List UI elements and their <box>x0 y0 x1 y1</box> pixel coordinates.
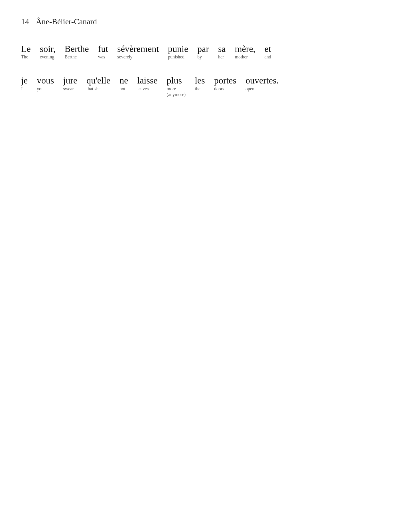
word-unit: jeI <box>21 75 28 92</box>
french-word: jure <box>63 75 78 86</box>
french-word: et <box>265 43 271 54</box>
english-word: you <box>37 86 44 92</box>
word-unit: mère,mother <box>235 43 255 60</box>
french-word: les <box>195 75 205 86</box>
word-unit: laisseleaves <box>137 75 157 92</box>
english-word: severely <box>117 54 132 60</box>
page-header: 14 Âne-Bélier-Canard <box>21 17 391 26</box>
word-unit: jureswear <box>63 75 78 92</box>
french-word: par <box>197 43 209 54</box>
english-word: more(anymore) <box>167 86 186 98</box>
word-unit: LeThe <box>21 43 31 60</box>
word-unit: puniepunished <box>168 43 188 60</box>
french-word: portes <box>214 75 236 86</box>
english-word: swear <box>63 86 74 92</box>
word-unit: vousyou <box>37 75 54 92</box>
english-word: evening <box>40 54 54 60</box>
french-word: sa <box>218 43 226 54</box>
french-word: punie <box>168 43 188 54</box>
word-unit: portesdoors <box>214 75 236 92</box>
sentence-1-row: LeThesoir,eveningBertheBerthefutwassévèr… <box>21 43 391 61</box>
chapter-title: Âne-Bélier-Canard <box>36 17 97 26</box>
english-word: her <box>218 54 224 60</box>
french-word: plus <box>167 75 182 86</box>
french-word: qu'elle <box>86 75 110 86</box>
french-word: laisse <box>137 75 157 86</box>
word-unit: ouvertes.open <box>245 75 279 92</box>
word-unit: lesthe <box>195 75 205 92</box>
word-unit: parby <box>197 43 209 60</box>
page-number: 14 <box>21 17 29 26</box>
sentence-1-block: LeThesoir,eveningBertheBerthefutwassévèr… <box>21 43 391 61</box>
french-word: ne <box>119 75 128 86</box>
french-word: Le <box>21 43 31 54</box>
french-word: soir, <box>40 43 56 54</box>
english-word: and <box>265 54 271 60</box>
english-word: punished <box>168 54 184 60</box>
english-word: by <box>197 54 202 60</box>
english-word: was <box>98 54 105 60</box>
french-word: vous <box>37 75 54 86</box>
french-word: je <box>21 75 28 86</box>
english-word: Berthe <box>64 54 77 60</box>
word-unit: BertheBerthe <box>64 43 89 60</box>
sentence-2-block: jeIvousyoujureswearqu'ellethat shenenotl… <box>21 75 391 99</box>
word-unit: sévèrementseverely <box>117 43 159 60</box>
english-word: leaves <box>137 86 149 92</box>
french-word: fut <box>98 43 108 54</box>
french-word: sévèrement <box>117 43 159 54</box>
word-unit: qu'ellethat she <box>86 75 110 92</box>
english-word: I <box>21 86 23 92</box>
french-word: ouvertes. <box>245 75 279 86</box>
english-word: doors <box>214 86 224 92</box>
sentence-2-row: jeIvousyoujureswearqu'ellethat shenenotl… <box>21 75 391 99</box>
french-word: mère, <box>235 43 255 54</box>
english-word: The <box>21 54 28 60</box>
word-unit: nenot <box>119 75 128 92</box>
english-word: open <box>245 86 254 92</box>
word-unit: saher <box>218 43 226 60</box>
english-word: the <box>195 86 200 92</box>
english-word: mother <box>235 54 248 60</box>
word-unit: futwas <box>98 43 108 60</box>
english-word: not <box>119 86 125 92</box>
word-unit: etand <box>265 43 271 60</box>
french-word: Berthe <box>64 43 89 54</box>
word-unit: soir,evening <box>40 43 56 60</box>
english-word: that she <box>86 86 100 92</box>
word-unit: plusmore(anymore) <box>167 75 186 98</box>
